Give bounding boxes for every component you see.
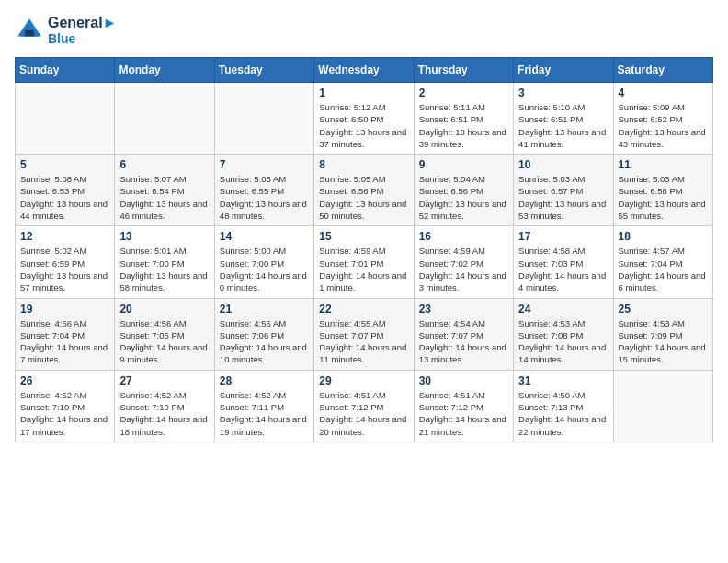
day-number: 10: [518, 158, 608, 171]
weekday-header-wednesday: Wednesday: [314, 58, 414, 83]
weekday-header-friday: Friday: [514, 58, 613, 83]
day-number: 31: [518, 374, 608, 387]
calendar-day-10: 10Sunrise: 5:03 AM Sunset: 6:57 PM Dayli…: [514, 155, 613, 226]
day-info: Sunrise: 4:57 AM Sunset: 7:04 PM Dayligh…: [619, 245, 708, 293]
weekday-header-row: SundayMondayTuesdayWednesdayThursdayFrid…: [16, 58, 713, 83]
day-number: 17: [518, 230, 608, 243]
day-info: Sunrise: 4:51 AM Sunset: 7:12 PM Dayligh…: [419, 389, 508, 438]
calendar-day-25: 25Sunrise: 4:53 AM Sunset: 7:09 PM Dayli…: [613, 298, 712, 370]
day-info: Sunrise: 5:09 AM Sunset: 6:52 PM Dayligh…: [619, 101, 708, 150]
day-number: 18: [619, 230, 708, 243]
day-info: Sunrise: 4:53 AM Sunset: 7:08 PM Dayligh…: [518, 317, 608, 366]
calendar-week-row: 19Sunrise: 4:56 AM Sunset: 7:04 PM Dayli…: [16, 298, 713, 370]
day-info: Sunrise: 4:51 AM Sunset: 7:12 PM Dayligh…: [319, 389, 408, 438]
day-number: 29: [319, 374, 408, 387]
day-number: 14: [220, 230, 309, 243]
calendar-day-14: 14Sunrise: 5:00 AM Sunset: 7:00 PM Dayli…: [214, 226, 313, 298]
day-number: 3: [518, 86, 608, 99]
day-info: Sunrise: 4:55 AM Sunset: 7:06 PM Dayligh…: [220, 317, 309, 366]
day-info: Sunrise: 4:50 AM Sunset: 7:13 PM Dayligh…: [518, 389, 608, 438]
day-info: Sunrise: 5:00 AM Sunset: 7:00 PM Dayligh…: [220, 245, 309, 293]
day-number: 8: [319, 158, 408, 171]
calendar-day-24: 24Sunrise: 4:53 AM Sunset: 7:08 PM Dayli…: [514, 298, 613, 370]
day-info: Sunrise: 5:06 AM Sunset: 6:55 PM Dayligh…: [220, 173, 309, 222]
day-info: Sunrise: 5:12 AM Sunset: 6:50 PM Dayligh…: [319, 101, 408, 150]
calendar-day-30: 30Sunrise: 4:51 AM Sunset: 7:12 PM Dayli…: [414, 370, 513, 442]
weekday-header-tuesday: Tuesday: [214, 58, 313, 83]
day-number: 15: [319, 230, 408, 243]
day-number: 27: [119, 374, 209, 387]
calendar-day-20: 20Sunrise: 4:56 AM Sunset: 7:05 PM Dayli…: [115, 298, 214, 370]
day-info: Sunrise: 5:10 AM Sunset: 6:51 PM Dayligh…: [518, 101, 608, 150]
day-number: 23: [419, 303, 508, 316]
day-info: Sunrise: 4:56 AM Sunset: 7:05 PM Dayligh…: [119, 317, 209, 366]
calendar-day-5: 5Sunrise: 5:08 AM Sunset: 6:53 PM Daylig…: [16, 155, 115, 226]
day-number: 13: [119, 230, 209, 243]
day-number: 26: [20, 374, 109, 387]
day-number: 12: [20, 230, 109, 243]
day-info: Sunrise: 4:59 AM Sunset: 7:01 PM Dayligh…: [319, 245, 408, 293]
calendar-day-8: 8Sunrise: 5:05 AM Sunset: 6:56 PM Daylig…: [314, 155, 414, 226]
calendar-table: SundayMondayTuesdayWednesdayThursdayFrid…: [15, 57, 713, 442]
logo: General► Blue: [15, 15, 117, 46]
day-info: Sunrise: 4:56 AM Sunset: 7:04 PM Dayligh…: [20, 317, 109, 366]
day-number: 11: [619, 158, 708, 171]
calendar-day-19: 19Sunrise: 4:56 AM Sunset: 7:04 PM Dayli…: [16, 298, 115, 370]
weekday-header-thursday: Thursday: [414, 58, 513, 83]
calendar-empty-cell: [115, 83, 214, 155]
calendar-day-23: 23Sunrise: 4:54 AM Sunset: 7:07 PM Dayli…: [414, 298, 513, 370]
weekday-header-saturday: Saturday: [613, 58, 712, 83]
calendar-day-18: 18Sunrise: 4:57 AM Sunset: 7:04 PM Dayli…: [613, 226, 712, 298]
day-info: Sunrise: 5:01 AM Sunset: 7:00 PM Dayligh…: [119, 245, 209, 293]
day-info: Sunrise: 4:55 AM Sunset: 7:07 PM Dayligh…: [319, 317, 408, 366]
calendar-day-22: 22Sunrise: 4:55 AM Sunset: 7:07 PM Dayli…: [314, 298, 414, 370]
day-info: Sunrise: 4:58 AM Sunset: 7:03 PM Dayligh…: [518, 245, 608, 293]
day-number: 28: [220, 374, 309, 387]
day-info: Sunrise: 4:52 AM Sunset: 7:10 PM Dayligh…: [20, 389, 109, 438]
calendar-empty-cell: [613, 370, 712, 442]
calendar-day-4: 4Sunrise: 5:09 AM Sunset: 6:52 PM Daylig…: [613, 83, 712, 155]
day-number: 4: [619, 86, 708, 99]
calendar-day-15: 15Sunrise: 4:59 AM Sunset: 7:01 PM Dayli…: [314, 226, 414, 298]
calendar-day-9: 9Sunrise: 5:04 AM Sunset: 6:56 PM Daylig…: [414, 155, 513, 226]
day-info: Sunrise: 5:08 AM Sunset: 6:53 PM Dayligh…: [20, 173, 109, 222]
calendar-day-26: 26Sunrise: 4:52 AM Sunset: 7:10 PM Dayli…: [16, 370, 115, 442]
day-number: 1: [319, 86, 408, 99]
calendar-day-7: 7Sunrise: 5:06 AM Sunset: 6:55 PM Daylig…: [214, 155, 313, 226]
svg-rect-2: [25, 30, 34, 36]
weekday-header-sunday: Sunday: [16, 58, 115, 83]
day-number: 21: [220, 303, 309, 316]
day-number: 24: [518, 303, 608, 316]
day-number: 19: [20, 303, 109, 316]
day-number: 7: [220, 158, 309, 171]
calendar-empty-cell: [16, 83, 115, 155]
day-info: Sunrise: 4:53 AM Sunset: 7:09 PM Dayligh…: [619, 317, 708, 366]
day-number: 5: [20, 158, 109, 171]
day-info: Sunrise: 5:11 AM Sunset: 6:51 PM Dayligh…: [419, 101, 508, 150]
calendar-day-17: 17Sunrise: 4:58 AM Sunset: 7:03 PM Dayli…: [514, 226, 613, 298]
page-header: General► Blue: [15, 15, 713, 46]
calendar-day-27: 27Sunrise: 4:52 AM Sunset: 7:10 PM Dayli…: [115, 370, 214, 442]
day-number: 25: [619, 303, 708, 316]
logo-text: General► Blue: [48, 15, 117, 46]
day-info: Sunrise: 5:03 AM Sunset: 6:57 PM Dayligh…: [518, 173, 608, 222]
calendar-week-row: 26Sunrise: 4:52 AM Sunset: 7:10 PM Dayli…: [16, 370, 713, 442]
day-info: Sunrise: 5:03 AM Sunset: 6:58 PM Dayligh…: [619, 173, 708, 222]
weekday-header-monday: Monday: [115, 58, 214, 83]
day-info: Sunrise: 5:07 AM Sunset: 6:54 PM Dayligh…: [119, 173, 209, 222]
day-number: 22: [319, 303, 408, 316]
calendar-week-row: 12Sunrise: 5:02 AM Sunset: 6:59 PM Dayli…: [16, 226, 713, 298]
calendar-day-31: 31Sunrise: 4:50 AM Sunset: 7:13 PM Dayli…: [514, 370, 613, 442]
calendar-day-29: 29Sunrise: 4:51 AM Sunset: 7:12 PM Dayli…: [314, 370, 414, 442]
calendar-day-16: 16Sunrise: 4:59 AM Sunset: 7:02 PM Dayli…: [414, 226, 513, 298]
day-info: Sunrise: 4:54 AM Sunset: 7:07 PM Dayligh…: [419, 317, 508, 366]
day-number: 6: [119, 158, 209, 171]
logo-icon: [15, 16, 44, 45]
day-info: Sunrise: 4:52 AM Sunset: 7:11 PM Dayligh…: [220, 389, 309, 438]
day-number: 16: [419, 230, 508, 243]
calendar-day-1: 1Sunrise: 5:12 AM Sunset: 6:50 PM Daylig…: [314, 83, 414, 155]
day-info: Sunrise: 4:52 AM Sunset: 7:10 PM Dayligh…: [119, 389, 209, 438]
calendar-day-12: 12Sunrise: 5:02 AM Sunset: 6:59 PM Dayli…: [16, 226, 115, 298]
calendar-day-6: 6Sunrise: 5:07 AM Sunset: 6:54 PM Daylig…: [115, 155, 214, 226]
day-info: Sunrise: 5:05 AM Sunset: 6:56 PM Dayligh…: [319, 173, 408, 222]
